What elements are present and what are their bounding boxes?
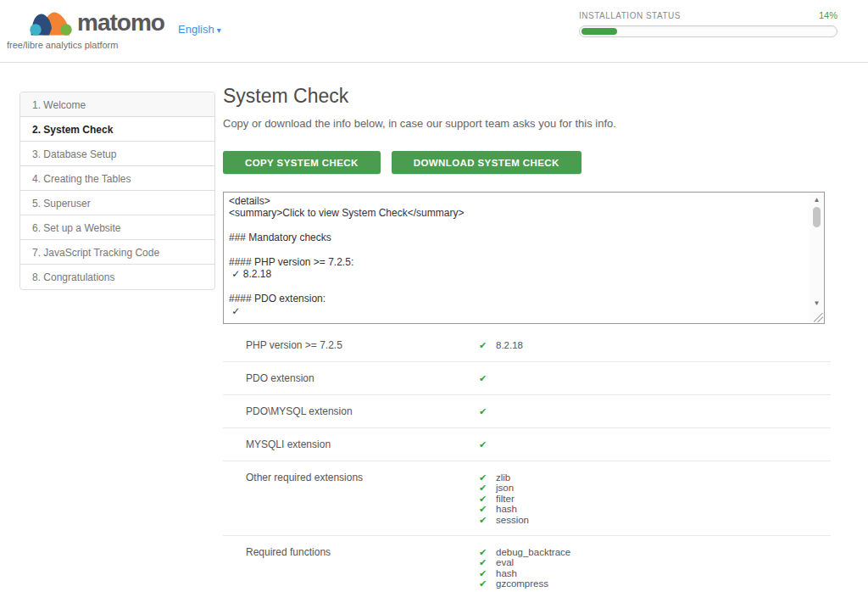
action-buttons: COPY SYSTEM CHECK DOWNLOAD SYSTEM CHECK [223, 151, 831, 174]
resize-handle-icon[interactable] [814, 313, 823, 322]
check-result: ✔ hash [479, 568, 570, 578]
check-label: PDO\MYSQL extension [246, 406, 479, 417]
header: matomo free/libre analytics platform Eng… [0, 0, 868, 62]
check-value: debug_backtrace [496, 547, 570, 557]
check-row-mysqli-extension: MYSQLI extension ✔ [223, 428, 831, 461]
sidebar-step-system-check: 2. System Check [20, 117, 214, 142]
system-check-text[interactable]: <details> <summary>Click to view System … [224, 193, 810, 323]
install-page: matomo free/libre analytics platform Eng… [0, 0, 868, 592]
check-value: filter [496, 494, 515, 504]
check-value: session [496, 515, 529, 525]
check-row-pdo-mysql-extension: PDO\MYSQL extension ✔ [223, 395, 831, 428]
copy-system-check-button[interactable]: COPY SYSTEM CHECK [223, 151, 381, 174]
check-row-required-functions: Required functions ✔ debug_backtrace ✔ e… [223, 536, 831, 592]
check-row-php-version: PHP version >= 7.2.5 ✔ 8.2.18 [223, 329, 831, 362]
check-result: ✔ [479, 406, 496, 416]
installation-status-percent: 14% [819, 10, 837, 20]
main-content: System Check Copy or download the info b… [223, 85, 831, 592]
sidebar-step-welcome: 1. Welcome [20, 92, 214, 117]
scroll-up-icon[interactable]: ▲ [810, 194, 824, 206]
check-label: Other required extensions [246, 472, 479, 483]
check-label: MYSQLI extension [246, 439, 479, 450]
check-icon: ✔ [479, 439, 489, 450]
scrollbar-thumb[interactable] [813, 207, 821, 227]
check-result: ✔ debug_backtrace [479, 547, 570, 557]
textarea-scrollbar[interactable]: ▲ ▼ [810, 193, 824, 323]
check-icon: ✔ [479, 373, 489, 383]
check-row-other-required-extensions: Other required extensions ✔ zlib ✔ json … [223, 461, 831, 536]
page-title: System Check [223, 85, 831, 108]
installation-status-label: INSTALLATION STATUS [579, 11, 681, 20]
check-icon: ✔ [479, 547, 489, 557]
check-value: hash [496, 504, 517, 514]
download-system-check-button[interactable]: DOWNLOAD SYSTEM CHECK [392, 151, 581, 174]
check-result: ✔ 8.2.18 [479, 340, 523, 350]
check-result: ✔ gzcompress [479, 578, 570, 589]
check-result: ✔ [479, 439, 496, 450]
check-icon: ✔ [479, 504, 489, 514]
language-selector[interactable]: English▾ [178, 23, 221, 36]
matomo-logo-icon [30, 8, 72, 37]
language-label: English [178, 23, 214, 36]
installation-status: INSTALLATION STATUS 14% [579, 10, 837, 37]
check-label: PHP version >= 7.2.5 [246, 340, 479, 351]
logo-tagline: free/libre analytics platform [7, 40, 164, 50]
check-result: ✔ gzuncompress [479, 589, 570, 592]
check-icon: ✔ [479, 515, 489, 525]
check-value: 8.2.18 [496, 340, 523, 350]
check-label: PDO extension [246, 373, 479, 384]
check-result: ✔ filter [479, 494, 529, 504]
installation-steps-sidebar: 1. Welcome 2. System Check 3. Database S… [19, 92, 215, 290]
sidebar-step-setup-website: 6. Set up a Website [20, 215, 214, 240]
check-value: hash [496, 568, 517, 578]
sidebar-step-database-setup: 3. Database Setup [20, 142, 214, 166]
check-icon: ✔ [479, 578, 489, 589]
check-icon: ✔ [479, 483, 489, 493]
check-result: ✔ eval [479, 557, 570, 567]
check-value: gzcompress [496, 578, 548, 589]
progress-fill [581, 28, 617, 35]
check-icon: ✔ [479, 589, 489, 592]
check-row-pdo-extension: PDO extension ✔ [223, 362, 831, 395]
sidebar-step-superuser: 5. Superuser [20, 191, 214, 215]
check-value: gzuncompress [496, 589, 559, 592]
check-result: ✔ session [479, 515, 529, 525]
check-icon: ✔ [479, 494, 489, 504]
check-icon: ✔ [479, 568, 489, 578]
caret-down-icon: ▾ [217, 25, 221, 35]
header-divider [0, 62, 868, 63]
sidebar-step-congratulations: 8. Congratulations [20, 265, 214, 289]
check-result: ✔ [479, 373, 496, 383]
scroll-down-icon[interactable]: ▼ [810, 298, 824, 310]
check-result: ✔ zlib [479, 472, 529, 483]
check-label: Required functions [246, 547, 479, 558]
sidebar-step-creating-tables: 4. Creating the Tables [20, 166, 214, 191]
check-icon: ✔ [479, 472, 489, 483]
check-icon: ✔ [479, 557, 489, 567]
check-icon: ✔ [479, 340, 489, 350]
matomo-logo: matomo free/libre analytics platform [7, 8, 164, 50]
check-value: eval [496, 557, 514, 567]
page-subtitle: Copy or download the info below, in case… [223, 117, 831, 130]
system-checks-table: PHP version >= 7.2.5 ✔ 8.2.18 PDO extens… [223, 329, 831, 592]
check-value: json [496, 483, 514, 493]
system-check-textarea[interactable]: <details> <summary>Click to view System … [223, 192, 825, 324]
check-value: zlib [496, 472, 510, 483]
check-result: ✔ json [479, 483, 529, 493]
check-result: ✔ hash [479, 504, 529, 514]
logo-wordmark: matomo [77, 9, 164, 36]
check-icon: ✔ [479, 406, 489, 416]
installation-progress-bar [579, 25, 837, 37]
sidebar-step-js-tracking-code: 7. JavaScript Tracking Code [20, 240, 214, 265]
